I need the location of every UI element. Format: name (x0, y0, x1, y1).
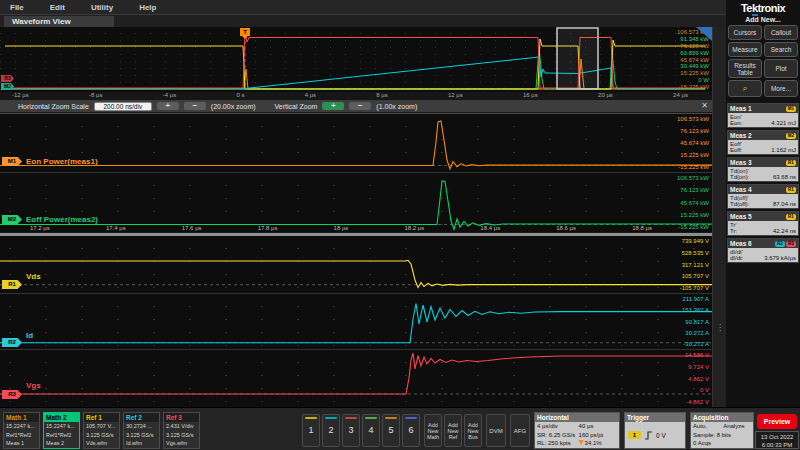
ref1-row3: Vds.wfm (84, 439, 119, 448)
meas-5-title: Meas 5 (730, 213, 752, 220)
channel-3-number: 3 (348, 425, 353, 435)
menu-help[interactable]: Help (139, 3, 156, 12)
horizontal-resolution: 160 ps/pt (579, 431, 617, 440)
meas-2-card[interactable]: Meas 2 M2 Eoff' Eoff: 1.162 mJ (727, 130, 799, 155)
ref1-channel-badge[interactable]: Ref 1 105.707 V... 3.125 GS/s Vds.wfm (83, 412, 120, 449)
zoom-box[interactable] (557, 28, 598, 89)
overview-plot[interactable]: T R3 M2 106.573 kW91.348 kW76.123 kW60.8… (0, 27, 712, 92)
h-zoom-minus-button[interactable]: − (184, 102, 206, 110)
meas-6-source-badge-2: R3 (786, 241, 796, 247)
trigger-badge[interactable]: Trigger 1 0 V (624, 412, 686, 449)
drag-handle-icon[interactable]: ⋮ (716, 323, 724, 332)
search-button[interactable]: Search (764, 42, 798, 57)
overview-x-tick: 12 µs (448, 92, 463, 98)
channel-4-button[interactable]: 4 (362, 414, 380, 447)
vds-y-label: -105.707 V (680, 285, 709, 291)
tab-bar: Waveform View (0, 14, 726, 27)
overview-badge-m2[interactable]: M2 (1, 83, 14, 90)
acquisition-badge[interactable]: Acquisition Auto,Analyze Sample: 8 bits … (690, 412, 754, 449)
plot-button[interactable]: Plot (764, 59, 798, 78)
ref3-row1: 2.431 V/div (164, 422, 199, 431)
channel-2-button[interactable]: 2 (322, 414, 340, 447)
panel-id[interactable]: R2 Id 211.907 A151.362 A90.817 A30.272 A… (0, 293, 712, 349)
menu-utility[interactable]: Utility (91, 3, 113, 12)
meas-3-value: 63.68 ns (773, 174, 796, 180)
acquisition-title: Acquisition (691, 413, 753, 422)
id-y-label: 30.272 A (682, 330, 709, 336)
meas-1-source-badge: M1 (786, 106, 796, 112)
channel-6-button[interactable]: 6 (402, 414, 420, 447)
add-new-math-button[interactable]: Add New Math (424, 414, 442, 447)
panel-resize-column[interactable]: ⋮ (712, 27, 726, 407)
overview-badge-r3[interactable]: R3 (1, 75, 14, 82)
id-y-label: -30.272 A (682, 341, 709, 347)
meas-2-value: 1.162 mJ (771, 147, 796, 153)
panel-eon-power[interactable]: M1 Eon Power(meas1) 106.573 kW76.123 kW4… (0, 113, 712, 172)
meas-6-card[interactable]: Meas 6 R2 R3 dI/dt' dI/dt: 3.679 kA/µs (727, 238, 799, 263)
channel-1-button[interactable]: 1 (302, 414, 320, 447)
channel-5-button[interactable]: 5 (382, 414, 400, 447)
math1-channel-badge[interactable]: Math 1 15.2247 k... Ref1*Ref2 Meas 1 (3, 412, 40, 449)
zoom-close-icon[interactable]: ✕ (701, 101, 708, 110)
math2-row2: Ref1*Ref2 (44, 431, 79, 440)
id-trace (0, 294, 712, 349)
h-zoom-factor: (20.00x zoom) (211, 103, 256, 110)
meas-6-source-badge-1: R2 (775, 241, 785, 247)
afg-button[interactable]: AFG (510, 414, 530, 447)
add-new-title: Add New... (726, 14, 800, 25)
h-zoom-plus-button[interactable]: + (157, 102, 179, 110)
results-table-button[interactable]: Results Table (728, 59, 762, 78)
ref3-channel-badge[interactable]: Ref 3 2.431 V/div 3.125 GS/s Vgs.wfm (163, 412, 200, 449)
meas-5-card[interactable]: Meas 5 R1 Tr' Tr: 42.24 ns (727, 211, 799, 236)
add-new-bus-button[interactable]: Add New Bus (464, 414, 482, 447)
meas-3-card[interactable]: Meas 3 R1 Td(on)' Td(on): 63.68 ns (727, 157, 799, 182)
meas-1-card[interactable]: Meas 1 M1 Eon' Eon: 4.321 mJ (727, 103, 799, 128)
meas-4-card[interactable]: Meas 4 R1 Td(off)' Td(off): 87.04 ns (727, 184, 799, 209)
panel-vds[interactable]: R1 Vds 739.949 V528.535 V317.121 V105.70… (0, 236, 712, 293)
h-zoom-scale-input[interactable]: 200.00 ns/div (94, 102, 152, 111)
meas-5-name: Tr: (730, 228, 737, 234)
overview-zoom-corner-icon[interactable] (696, 27, 712, 41)
id-y-label: 151.362 A (682, 307, 709, 313)
dvm-button[interactable]: DVM (486, 414, 506, 447)
panel-vgs[interactable]: R3 Vgs 14.586 V9.724 V4.862 V0 V-4.862 V (0, 349, 712, 407)
v-zoom-minus-button[interactable]: − (349, 102, 371, 110)
ref1-row1: 105.707 V... (84, 422, 119, 431)
menu-edit[interactable]: Edit (50, 3, 65, 12)
oscilloscope-app: File Edit Utility Help Waveform View T R… (0, 0, 800, 450)
menu-file[interactable]: File (10, 3, 24, 12)
channel-4-stripe (365, 417, 377, 419)
ref2-channel-badge[interactable]: Ref 2 30.2724 ... 3.125 GS/s Id.wfm (123, 412, 160, 449)
more-button[interactable]: More... (764, 80, 798, 97)
meas-4-title: Meas 4 (730, 186, 752, 193)
m2-y-axis-labels: 106.573 kW76.123 kW45.674 kW15.225 kW-15… (677, 175, 709, 230)
add-new-ref-button[interactable]: Add New Ref (444, 414, 462, 447)
v-zoom-plus-button[interactable]: + (322, 102, 344, 110)
logo-accent: k (752, 2, 758, 16)
meas-1-value: 4.321 mJ (771, 120, 796, 126)
meas-1-title: Meas 1 (730, 105, 752, 112)
trigger-marker-icon[interactable]: T (240, 28, 250, 36)
math1-row3: Meas 1 (4, 439, 39, 448)
zoom-x-tick: 17.6 µs (182, 225, 202, 231)
zoom-x-tick: 18.8 µs (632, 225, 652, 231)
id-label: Id (26, 331, 33, 340)
overview-y-label: 45.674 kW (677, 57, 709, 63)
horizontal-badge[interactable]: Horizontal 4 µs/div40 µs SR: 6.25 GS/s16… (534, 412, 620, 449)
vgs-trace (0, 350, 712, 407)
callout-button[interactable]: Callout (764, 25, 798, 40)
meas-6-title: Meas 6 (730, 240, 752, 247)
zoom-x-tick: 18 µs (334, 225, 349, 231)
preview-button[interactable]: Preview (757, 414, 797, 429)
cursors-button[interactable]: Cursors (728, 25, 762, 40)
meas-3-name: Td(on): (730, 174, 749, 180)
math2-channel-badge[interactable]: Math 2 15.2247 k... Ref1*Ref2 Meas 2 (43, 412, 80, 449)
overview-y-label: 15.225 kW (677, 70, 709, 76)
panel-eoff-power[interactable]: M2 Eoff Power(meas2) 106.573 kW76.123 kW… (0, 172, 712, 232)
measure-button[interactable]: Measure (728, 42, 762, 57)
channel-3-button[interactable]: 3 (342, 414, 360, 447)
overview-x-tick: 20 µs (598, 92, 613, 98)
zoom-search-icon[interactable]: ⌕ (728, 80, 762, 97)
zoom-x-tick: 18.6 µs (556, 225, 576, 231)
h-zoom-scale-label: Horizontal Zoom Scale (18, 103, 89, 110)
